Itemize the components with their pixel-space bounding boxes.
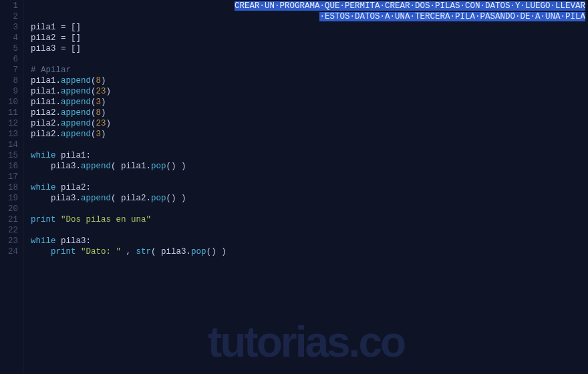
code-area[interactable]: CREAR·UN·PROGRAMA·QUE·PERMITA·CREAR·DOS·… bbox=[24, 0, 588, 374]
code-line[interactable]: print "Dos pilas en una" bbox=[31, 214, 588, 225]
code-line[interactable]: pila1.append(23) bbox=[31, 86, 588, 97]
line-number: 1 bbox=[0, 1, 23, 11]
line-number: 9 bbox=[0, 86, 23, 97]
code-line[interactable]: CREAR·UN·PROGRAMA·QUE·PERMITA·CREAR·DOS·… bbox=[31, 1, 588, 11]
line-number: 21 bbox=[0, 214, 23, 225]
line-number: 16 bbox=[0, 161, 23, 172]
line-number: 22 bbox=[0, 225, 23, 236]
code-line[interactable]: pila1 = [] bbox=[31, 22, 588, 33]
line-number: 3 bbox=[0, 22, 23, 33]
code-line[interactable]: pila2.append(23) bbox=[31, 118, 588, 129]
line-number: 7 bbox=[0, 65, 23, 75]
code-line[interactable]: pila2 = [] bbox=[31, 33, 588, 43]
watermark-text: tutorias.co bbox=[24, 337, 588, 347]
code-line[interactable]: print "Dato: " , str( pila3.pop() ) bbox=[31, 246, 588, 257]
code-line[interactable] bbox=[31, 204, 588, 214]
line-number: 6 bbox=[0, 54, 23, 65]
code-line[interactable]: pila3 = [] bbox=[31, 43, 588, 54]
code-line[interactable]: while pila3: bbox=[31, 236, 588, 246]
code-line[interactable] bbox=[31, 172, 588, 182]
line-number: 19 bbox=[0, 193, 23, 204]
line-number: 13 bbox=[0, 129, 23, 140]
code-line[interactable]: pila3.append( pila1.pop() ) bbox=[31, 161, 588, 172]
code-editor[interactable]: 1 2 3 4 5 6 7 8 9 10 11 12 13 14 15 16 1… bbox=[0, 0, 588, 374]
selected-text[interactable]: ·ESTOS·DATOS·A·UNA·TERCERA·PILA·PASANDO·… bbox=[319, 12, 585, 21]
code-line[interactable] bbox=[31, 225, 588, 236]
line-number: 23 bbox=[0, 236, 23, 246]
line-number: 8 bbox=[0, 75, 23, 86]
code-line[interactable] bbox=[31, 140, 588, 150]
line-number: 24 bbox=[0, 246, 23, 257]
code-line[interactable]: ·ESTOS·DATOS·A·UNA·TERCERA·PILA·PASANDO·… bbox=[31, 11, 588, 22]
code-line[interactable]: while pila1: bbox=[31, 150, 588, 161]
code-line[interactable]: # Apilar bbox=[31, 65, 588, 75]
code-line[interactable]: while pila2: bbox=[31, 182, 588, 193]
line-number: 20 bbox=[0, 204, 23, 214]
line-number: 2 bbox=[0, 11, 23, 22]
code-line[interactable]: pila2.append(8) bbox=[31, 108, 588, 118]
line-number: 18 bbox=[0, 182, 23, 193]
line-number-gutter: 1 2 3 4 5 6 7 8 9 10 11 12 13 14 15 16 1… bbox=[0, 0, 24, 374]
line-number: 14 bbox=[0, 140, 23, 150]
line-number: 11 bbox=[0, 108, 23, 118]
selected-text[interactable]: CREAR·UN·PROGRAMA·QUE·PERMITA·CREAR·DOS·… bbox=[235, 1, 585, 11]
code-line[interactable] bbox=[31, 54, 588, 65]
code-line[interactable]: pila3.append( pila2.pop() ) bbox=[31, 193, 588, 204]
code-line[interactable]: pila2.append(3) bbox=[31, 129, 588, 140]
line-number: 17 bbox=[0, 172, 23, 182]
line-number: 12 bbox=[0, 118, 23, 129]
line-number: 15 bbox=[0, 150, 23, 161]
code-line[interactable]: pila1.append(3) bbox=[31, 97, 588, 108]
line-number: 5 bbox=[0, 43, 23, 54]
line-number: 10 bbox=[0, 97, 23, 108]
line-number: 4 bbox=[0, 33, 23, 43]
code-line[interactable]: pila1.append(8) bbox=[31, 75, 588, 86]
